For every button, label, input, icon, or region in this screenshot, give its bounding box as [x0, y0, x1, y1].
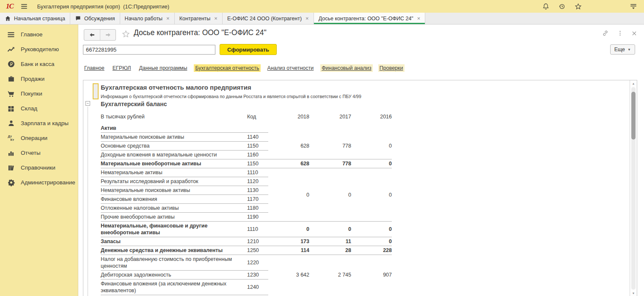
kebab-menu-icon[interactable] [617, 30, 623, 37]
generate-button[interactable]: Сформировать [220, 44, 277, 55]
row-value: 0 [351, 159, 392, 168]
sidebar-item[interactable]: Отчеты [0, 145, 78, 160]
scrollbar-thumb[interactable] [631, 92, 636, 140]
row-value: 0 [309, 222, 351, 237]
table-row[interactable]: Актив [101, 124, 392, 133]
row-label: Материальные внеоборотные активы [101, 159, 247, 168]
scroll-up-arrow-icon[interactable]: ▲ [630, 82, 637, 85]
dt-kt-icon: ДтКт [6, 135, 16, 142]
report-nav-link[interactable]: Бухгалтерская отчетность [194, 64, 260, 72]
row-value: 0 [351, 168, 392, 222]
main-panel: Досье контрагента: ООО "Е-ОФИС 24" Сформ… [78, 25, 644, 296]
table-row[interactable]: Запасы1210173110 [101, 237, 392, 246]
row-label: Результаты исследований и разработок [101, 177, 247, 186]
row-code: 1180 [247, 204, 268, 213]
sidebar-item[interactable]: Склад [0, 101, 78, 116]
sidebar-item[interactable]: Банк и касса [0, 57, 78, 71]
tab-label: Обсуждения [84, 16, 115, 22]
row-code: 1220 [247, 255, 268, 271]
tab-close-icon[interactable]: × [305, 15, 309, 22]
sidebar-item[interactable]: Администрирование [0, 175, 78, 190]
tab-close-icon[interactable]: × [214, 15, 217, 22]
report-nav-link[interactable]: Финансовый анализ [320, 64, 372, 72]
row-value: 2 745 [309, 255, 351, 295]
tab[interactable]: Начальная страница [0, 13, 70, 24]
get-link-icon[interactable] [602, 30, 609, 37]
tab[interactable]: Начало работы× [120, 13, 175, 24]
row-label: Нематериальные, финансовые и другие внео… [101, 222, 247, 237]
sidebar-item[interactable]: Главное [0, 27, 78, 42]
balance-table-wrap: В тысячах рублейКод201820172016АктивМате… [101, 111, 392, 296]
table-row[interactable]: Налог на добавленную стоимость по приобр… [101, 255, 392, 271]
tab-close-icon[interactable]: × [417, 15, 421, 22]
table-row[interactable]: Нематериальные, финансовые и другие внео… [101, 222, 392, 237]
report-nav-link[interactable]: Главное [83, 64, 106, 72]
tab[interactable]: Контрагенты× [175, 13, 223, 24]
col-code-header: Код [247, 111, 268, 124]
forward-button[interactable] [100, 30, 116, 40]
scroll-down-arrow-icon[interactable]: ▼ [630, 292, 637, 295]
table-row[interactable]: Денежные средства и денежные эквиваленты… [101, 246, 392, 255]
inn-input[interactable] [83, 45, 215, 55]
selected-cell-marker[interactable] [93, 83, 99, 99]
collapse-group-toggle[interactable]: − [85, 101, 90, 106]
table-row[interactable]: Материальные поисковые активы11406287780 [101, 133, 392, 142]
row-code: 1120 [247, 177, 268, 186]
row-code: 1160 [247, 151, 268, 159]
table-header-row: В тысячах рублейКод201820172016 [101, 111, 392, 124]
row-value: 778 [309, 133, 351, 159]
row-label: Финансовые вложения (за исключением дене… [101, 280, 247, 295]
row-value: 0 [268, 222, 309, 237]
sidebar-item-label: Администрирование [21, 179, 75, 186]
row-label: Актив [101, 124, 247, 133]
balance-table: В тысячах рублейКод201820172016АктивМате… [101, 111, 392, 296]
sidebar-item[interactable]: Справочники [0, 160, 78, 175]
table-row[interactable]: Материальные внеоборотные активы11506287… [101, 159, 392, 168]
more-button[interactable]: Еще ▼ [610, 44, 635, 55]
report-nav-link[interactable]: Анализ отчетности [266, 64, 315, 72]
back-button[interactable] [84, 30, 100, 40]
tab-bar: Начальная страницаОбсужденияНачало работ… [0, 13, 644, 25]
row-code [247, 124, 268, 133]
tab-label: Начало работы [125, 16, 162, 22]
sidebar-item[interactable]: Руководителю [0, 42, 78, 57]
sidebar-item-label: Зарплата и кадры [21, 120, 69, 126]
tab-close-icon[interactable]: × [166, 15, 170, 22]
sidebar-item[interactable]: ДтКтОперации [0, 131, 78, 145]
row-label: Денежные средства и денежные эквиваленты [101, 246, 247, 255]
app-title: Бухгалтерия предприятия (корп) (1С:Предп… [37, 3, 169, 10]
report-title: Бухгалтерская отчетность малого предприя… [101, 84, 251, 91]
report-nav-link[interactable]: ЕГРЮЛ [111, 64, 132, 72]
sidebar-item[interactable]: Зарплата и кадры [0, 116, 78, 131]
tab[interactable]: Обсуждения [70, 13, 120, 24]
col-year-header: 2016 [351, 111, 392, 124]
report-nav: ГлавноеЕГРЮЛДанные программыБухгалтерска… [78, 63, 644, 74]
sidebar-item[interactable]: Продажи [0, 71, 78, 86]
tab[interactable]: Е-ОФИС 24 ООО (Контрагент)× [223, 13, 314, 24]
briefcase-icon [6, 75, 16, 83]
more-button-label: Еще [614, 47, 625, 52]
row-value: 114 [268, 246, 309, 255]
notifications-bell-icon[interactable] [542, 3, 550, 10]
sidebar-item[interactable]: Покупки [0, 86, 78, 101]
report-nav-link[interactable]: Проверки [378, 64, 405, 72]
row-value: 228 [351, 246, 392, 255]
sidebar-item-label: Склад [21, 105, 37, 112]
tab[interactable]: Досье контрагента: ООО "Е-ОФИС 24"× [314, 13, 426, 24]
vertical-scrollbar[interactable]: ▲ ▼ [630, 80, 637, 296]
history-icon[interactable] [558, 3, 566, 10]
report-nav-link[interactable]: Данные программы [138, 64, 188, 72]
sidebar: ГлавноеРуководителюБанк и кассаПродажиПо… [0, 25, 78, 296]
tab-label: Досье контрагента: ООО "Е-ОФИС 24" [319, 16, 413, 22]
favorites-star-icon[interactable] [574, 3, 582, 11]
row-label: Прочие внеоборотные активы [101, 213, 247, 222]
table-row[interactable]: Нематериальные активы1110000 [101, 168, 392, 177]
books-icon [6, 164, 16, 172]
main-menu-icon[interactable] [20, 3, 28, 10]
row-code: 1240 [247, 280, 268, 295]
service-menu-icon[interactable] [630, 3, 637, 10]
close-icon[interactable] [631, 30, 637, 37]
1c-logo: 1С [6, 2, 14, 11]
add-to-favorites-star-icon[interactable] [121, 30, 130, 38]
row-code: 1150 [247, 142, 268, 151]
